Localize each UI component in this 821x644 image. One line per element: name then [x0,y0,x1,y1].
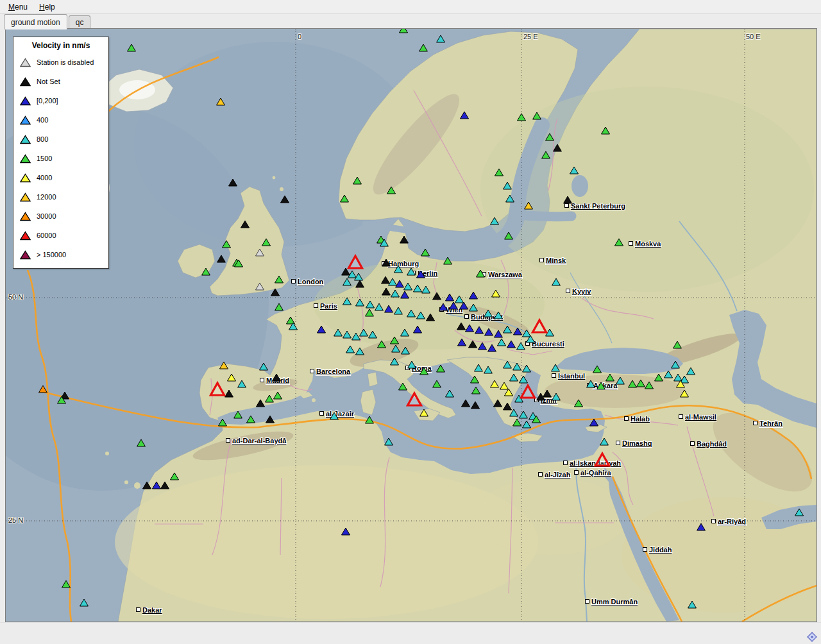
station-marker[interactable] [462,400,470,407]
station-marker[interactable] [498,339,506,346]
station-marker[interactable] [356,280,364,287]
station-marker[interactable] [385,438,393,445]
station-marker[interactable] [513,419,521,426]
station-marker[interactable] [420,368,428,375]
station-marker[interactable] [433,380,441,387]
station-marker[interactable] [427,314,435,321]
station-marker[interactable] [645,382,654,389]
station-marker[interactable] [247,416,255,423]
station-marker[interactable] [360,329,368,336]
station-marker[interactable] [491,380,499,387]
station-marker[interactable] [504,361,512,368]
station-marker[interactable] [396,280,404,287]
station-marker[interactable] [317,326,326,333]
station-marker[interactable] [458,339,466,346]
station-marker[interactable] [171,473,179,480]
station-marker[interactable] [342,528,350,535]
station-marker[interactable] [389,278,397,285]
station-marker[interactable] [400,236,409,243]
station-marker[interactable] [517,343,525,350]
station-marker[interactable] [217,255,226,262]
station-marker[interactable] [525,202,533,209]
station-marker[interactable] [153,482,161,489]
station-marker[interactable] [590,419,598,426]
station-marker[interactable] [417,312,425,319]
station-marker[interactable] [161,482,169,489]
station-marker[interactable] [542,151,550,158]
menu-item-menu[interactable]: Menu [3,1,33,13]
station-marker[interactable] [414,326,422,333]
station-marker[interactable] [455,296,464,303]
station-marker[interactable] [439,303,448,310]
station-marker[interactable] [401,329,409,336]
station-marker[interactable] [281,196,289,203]
alert-station-marker[interactable] [408,393,421,405]
station-marker[interactable] [575,400,583,407]
station-marker[interactable] [266,395,274,402]
station-marker[interactable] [375,303,384,310]
station-marker[interactable] [275,303,284,310]
station-marker[interactable] [382,288,391,295]
station-marker[interactable] [228,374,236,381]
station-marker[interactable] [220,362,228,369]
station-marker[interactable] [664,371,673,378]
station-marker[interactable] [408,361,416,368]
station-marker[interactable] [570,167,579,174]
station-marker[interactable] [407,268,416,275]
station-marker[interactable] [394,307,403,314]
station-marker[interactable] [437,365,445,372]
alert-station-marker[interactable] [211,383,224,395]
station-marker[interactable] [471,376,479,383]
station-marker[interactable] [564,196,572,203]
station-marker[interactable] [488,344,496,352]
station-marker[interactable] [401,291,409,298]
station-marker[interactable] [461,112,469,119]
station-marker[interactable] [225,390,233,397]
tab-qc[interactable]: qc [69,15,91,30]
station-marker[interactable] [673,341,682,348]
station-marker[interactable] [593,366,602,373]
station-marker[interactable] [672,361,680,368]
station-marker[interactable] [356,299,364,306]
station-marker[interactable] [266,416,275,423]
station-marker[interactable] [391,337,399,344]
station-marker[interactable] [505,389,513,396]
station-marker[interactable] [450,302,458,309]
station-marker[interactable] [39,386,47,393]
station-marker[interactable] [343,331,351,338]
station-marker[interactable] [391,358,399,365]
station-marker[interactable] [414,285,422,292]
station-marker[interactable] [795,509,804,516]
station-marker[interactable] [554,144,562,151]
map-view[interactable]: LondonParisHamburgBerlinWarszawaMinskSan… [5,28,817,622]
station-marker[interactable] [655,374,663,381]
station-marker[interactable] [681,390,689,397]
station-marker[interactable] [457,323,466,330]
station-marker[interactable] [606,374,614,381]
station-marker[interactable] [597,382,605,389]
station-marker[interactable] [505,232,513,239]
station-marker[interactable] [533,112,541,119]
station-marker[interactable] [504,182,512,189]
station-marker[interactable] [616,377,625,384]
station-marker[interactable] [460,302,468,309]
station-marker[interactable] [394,266,403,273]
station-marker[interactable] [446,390,454,397]
station-marker[interactable] [543,390,552,397]
station-marker[interactable] [352,333,360,340]
station-marker[interactable] [341,195,349,202]
station-marker[interactable] [353,177,362,184]
station-marker[interactable] [271,289,280,296]
station-marker[interactable] [385,305,393,312]
station-marker[interactable] [518,114,526,121]
network-status-icon[interactable] [807,632,817,642]
station-marker[interactable] [478,343,487,350]
station-marker[interactable] [477,270,485,277]
station-marker[interactable] [514,328,522,335]
station-marker[interactable] [475,326,484,334]
station-marker[interactable] [523,330,531,337]
menu-item-help[interactable]: Help [33,1,61,13]
station-marker[interactable] [217,98,225,105]
station-marker[interactable] [366,309,374,316]
station-marker[interactable] [500,382,509,389]
